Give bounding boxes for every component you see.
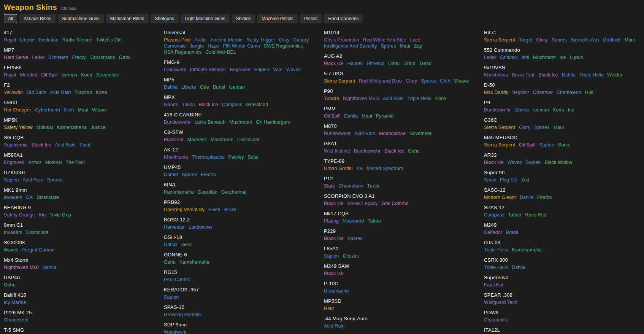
skin-tag[interactable]: Hard Serve: [4, 54, 28, 60]
skin-tag[interactable]: Bundeswehr: [354, 148, 381, 154]
skin-tag[interactable]: Evolution: [38, 37, 58, 43]
skin-tag[interactable]: Spores: [182, 172, 197, 178]
skin-tag[interactable]: Zod: [521, 177, 530, 183]
skin-tag[interactable]: Paisley: [228, 154, 244, 160]
skin-tag[interactable]: Geode: [164, 102, 178, 108]
skin-tag[interactable]: Royal: [4, 37, 16, 43]
skin-tag[interactable]: Kamehameha: [57, 124, 87, 130]
skin-tag[interactable]: USA Reganomics: [164, 49, 201, 55]
skin-tag[interactable]: Acid Rain: [23, 177, 43, 183]
skin-tag[interactable]: Tread: [419, 60, 431, 67]
skin-tag[interactable]: Oahu: [408, 148, 420, 154]
skin-tag[interactable]: Dahlia: [562, 72, 576, 78]
skin-tag[interactable]: Fractyl: [72, 54, 87, 60]
skin-tag[interactable]: Dissociate: [237, 137, 260, 143]
skin-tag[interactable]: Cyberfriend: [35, 107, 60, 113]
skin-tag[interactable]: Rusty Trigger: [246, 37, 275, 43]
skin-tag[interactable]: Acid Rain: [55, 142, 75, 148]
skin-tag[interactable]: Ultramarine: [324, 288, 349, 294]
skin-tag[interactable]: Dahlia: [43, 264, 56, 270]
skin-tag[interactable]: Wolfguard Tech: [484, 299, 517, 305]
tab-assault-rifles[interactable]: Assault Rifles: [19, 14, 56, 23]
skin-tag[interactable]: Cold War-BEL: [205, 49, 236, 55]
skin-tag[interactable]: Spores: [534, 124, 549, 130]
skin-tag[interactable]: Ancient Marble: [210, 37, 243, 43]
skin-tag[interactable]: Safety Orange: [4, 212, 35, 218]
skin-tag[interactable]: Sapien: [526, 159, 541, 165]
skin-tag[interactable]: Black Ice: [164, 137, 184, 143]
skin-tag[interactable]: Harvester: [164, 224, 185, 230]
skin-tag[interactable]: Gris Colorful: [381, 200, 408, 207]
skin-tag[interactable]: Molokai: [45, 159, 62, 165]
skin-tag[interactable]: Geothermal: [221, 189, 246, 195]
skin-tag[interactable]: Engraved: [4, 159, 24, 165]
skin-tag[interactable]: Brass Tsar: [512, 72, 535, 78]
skin-tag[interactable]: Iceman: [62, 72, 78, 78]
skin-tag[interactable]: Carnevale: [164, 43, 186, 49]
skin-tag[interactable]: Triple Helix: [579, 72, 603, 78]
skin-tag[interactable]: Icy Marble: [4, 299, 26, 305]
skin-tag[interactable]: Gear: [181, 242, 192, 248]
skin-tag[interactable]: Spores: [347, 235, 363, 242]
skin-tag[interactable]: Measured: [343, 218, 364, 224]
skin-tag[interactable]: Kamehameha: [164, 189, 194, 195]
skin-tag[interactable]: Gray: [279, 37, 290, 43]
skin-tag[interactable]: Septicemia: [4, 142, 28, 148]
skin-tag[interactable]: Unerring Versatility: [164, 207, 205, 213]
skin-tag[interactable]: Tattoo: [368, 218, 381, 224]
skin-tag[interactable]: Barracks Ash: [571, 37, 599, 43]
skin-tag[interactable]: Mushroom: [533, 54, 556, 60]
skin-tag[interactable]: Sapien: [254, 67, 270, 73]
skin-tag[interactable]: Liberte: [515, 107, 530, 113]
skin-tag[interactable]: Chameleon: [339, 183, 363, 189]
skin-tag[interactable]: Acid Rain: [50, 89, 71, 95]
skin-tag[interactable]: Girih: [440, 78, 450, 84]
skin-tag[interactable]: Spores: [47, 177, 62, 183]
skin-tag[interactable]: Invaders: [4, 194, 22, 200]
skin-tag[interactable]: Arctic: [195, 37, 207, 43]
skin-tag[interactable]: Traction: [75, 89, 92, 95]
skin-tag[interactable]: Ceifador: [484, 229, 502, 235]
skin-tag[interactable]: Rekt: [324, 305, 334, 312]
skin-tag[interactable]: Dissociate: [36, 194, 59, 200]
skin-tag[interactable]: Sapien: [164, 294, 179, 300]
tab-machine-pistols[interactable]: Machine Pistols: [257, 14, 298, 23]
skin-tag[interactable]: Red White And Blue: [363, 37, 406, 43]
skin-tag[interactable]: Oahu: [119, 54, 131, 60]
skin-tag[interactable]: Lace: [410, 37, 420, 43]
skin-tag[interactable]: FIN Winter Camo: [223, 43, 260, 49]
skin-tag[interactable]: Oahu: [164, 259, 176, 265]
skin-tag[interactable]: Oh Hamburgers: [256, 119, 290, 125]
skin-tag[interactable]: Guardian: [198, 189, 217, 195]
skin-tag[interactable]: Clockwork: [164, 67, 186, 73]
skin-tag[interactable]: Sapien: [4, 177, 19, 183]
skin-tag[interactable]: Ice: [568, 107, 574, 113]
skin-tag[interactable]: Acid Rain: [383, 95, 403, 102]
skin-tag[interactable]: Tundra: [324, 95, 339, 102]
skin-tag[interactable]: Sapien: [539, 142, 554, 148]
skin-tag[interactable]: Madness: [187, 137, 207, 143]
skin-tag[interactable]: Mushroom: [211, 137, 233, 143]
skin-tag[interactable]: Sapien: [324, 253, 339, 259]
skin-tag[interactable]: Rose Red: [525, 212, 546, 218]
skin-tag[interactable]: Sonic: [558, 142, 570, 148]
skin-tag[interactable]: Justice: [90, 124, 106, 130]
skin-tag[interactable]: Black Ice: [324, 235, 344, 242]
skin-tag[interactable]: Black Ice: [32, 142, 51, 148]
skin-tag[interactable]: Acid Rain: [355, 130, 375, 137]
skin-tag[interactable]: Hull: [585, 89, 593, 95]
skin-tag[interactable]: Weave: [92, 107, 107, 113]
skin-tag[interactable]: Landowner: [189, 224, 213, 230]
skin-tag[interactable]: Burial: [213, 84, 225, 90]
skin-tag[interactable]: Thermoplastics: [192, 154, 224, 160]
skin-tag[interactable]: Comet: [164, 172, 178, 178]
skin-tag[interactable]: Gridlock: [500, 54, 518, 60]
skin-tag[interactable]: Waves: [4, 247, 18, 253]
skin-tag[interactable]: Lupus: [570, 54, 583, 60]
skin-tag[interactable]: Tattoo: [508, 212, 522, 218]
skin-tag[interactable]: Bundeswehr: [484, 107, 511, 113]
skin-tag[interactable]: Takka: [182, 102, 195, 108]
skin-tag[interactable]: Mac Daddy: [484, 89, 508, 95]
skin-tag[interactable]: Black Ice: [324, 60, 344, 67]
skin-tag[interactable]: Kin: [39, 212, 46, 218]
